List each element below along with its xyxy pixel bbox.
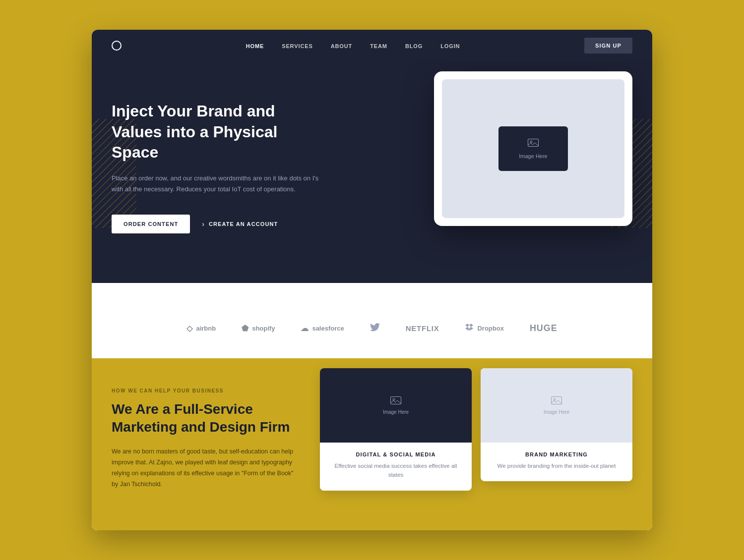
content-section: ◇ airbnb ⬟ shopify ☁ salesforce NETFLIX bbox=[92, 283, 652, 530]
hero-title: Inject Your Brand and Values into a Phys… bbox=[112, 101, 320, 163]
hero-image-placeholder: Image Here bbox=[498, 126, 568, 171]
digital-card-body: DIGITAL & SOCIAL MEDIA Effective social … bbox=[320, 443, 472, 491]
navbar: HOME SERVICES ABOUT TEAM BLOG LOGIN SIGN… bbox=[92, 30, 652, 61]
digital-image-label: Image Here bbox=[383, 409, 409, 415]
card-image-brand: Image Here bbox=[481, 368, 632, 443]
service-cards: Image Here DIGITAL & SOCIAL MEDIA Effect… bbox=[320, 358, 632, 491]
logos-bar: ◇ airbnb ⬟ shopify ☁ salesforce NETFLIX bbox=[92, 303, 652, 358]
brand-card-title: BRAND MARKETING bbox=[489, 451, 624, 457]
logo-dropbox: Dropbox bbox=[465, 323, 503, 334]
svg-point-11 bbox=[554, 398, 556, 400]
services-container: HOW WE CAN HELP YOUR BUSINESS We Are a F… bbox=[112, 358, 632, 491]
digital-card-desc: Effective social media success takes eff… bbox=[328, 461, 464, 480]
device-frame: Image Here bbox=[434, 71, 632, 226]
hero-description: Place an order now, and our creative wor… bbox=[112, 173, 320, 195]
nav-item-team[interactable]: TEAM bbox=[370, 41, 387, 50]
services-description: We are no born masters of good taste, bu… bbox=[112, 447, 300, 490]
salesforce-label: salesforce bbox=[312, 325, 344, 332]
logo-airbnb: ◇ airbnb bbox=[186, 324, 216, 333]
hero-image-label: Image Here bbox=[519, 153, 547, 159]
svg-rect-6 bbox=[528, 139, 539, 146]
nav-item-blog[interactable]: BLOG bbox=[405, 41, 423, 50]
logo-netflix: NETFLIX bbox=[406, 324, 439, 333]
dropbox-label: Dropbox bbox=[477, 325, 503, 332]
logo-huge: HUGE bbox=[530, 323, 558, 334]
service-card-brand: Image Here BRAND MARKETING We provide br… bbox=[481, 368, 632, 481]
hero-actions: ORDER CONTENT › CREATE AN ACCOUNT bbox=[112, 215, 320, 233]
nav-links: HOME SERVICES ABOUT TEAM BLOG LOGIN bbox=[246, 41, 460, 50]
digital-image-placeholder: Image Here bbox=[383, 396, 409, 415]
airbnb-icon: ◇ bbox=[186, 324, 192, 333]
twitter-icon bbox=[370, 323, 380, 334]
device-screen: Image Here bbox=[442, 79, 624, 218]
logo-salesforce: ☁ salesforce bbox=[301, 324, 344, 333]
nav-item-login[interactable]: LOGIN bbox=[440, 41, 460, 50]
svg-point-7 bbox=[530, 141, 532, 143]
brand-image-label: Image Here bbox=[544, 409, 569, 415]
nav-item-about[interactable]: ABOUT bbox=[331, 41, 353, 50]
digital-card-title: DIGITAL & SOCIAL MEDIA bbox=[328, 451, 464, 457]
shopify-icon: ⬟ bbox=[242, 324, 248, 333]
main-container: HOME SERVICES ABOUT TEAM BLOG LOGIN SIGN… bbox=[92, 30, 652, 530]
svg-rect-8 bbox=[391, 396, 401, 404]
huge-label: HUGE bbox=[530, 323, 558, 334]
hero-text: Inject Your Brand and Values into a Phys… bbox=[112, 91, 320, 233]
card-image-digital: Image Here bbox=[320, 368, 472, 443]
image-icon bbox=[528, 139, 539, 149]
svg-point-9 bbox=[393, 398, 395, 400]
dropbox-icon bbox=[465, 323, 474, 334]
services-label: HOW WE CAN HELP YOUR BUSINESS bbox=[112, 388, 300, 393]
brand-image-placeholder: Image Here bbox=[544, 396, 569, 415]
airbnb-label: airbnb bbox=[196, 325, 216, 332]
chevron-right-icon: › bbox=[202, 220, 205, 228]
signup-button[interactable]: SIGN UP bbox=[584, 38, 632, 54]
hero-section: Inject Your Brand and Values into a Phys… bbox=[92, 61, 652, 283]
services-title: We Are a Full-Service Marketing and Desi… bbox=[112, 400, 300, 437]
service-card-digital: Image Here DIGITAL & SOCIAL MEDIA Effect… bbox=[320, 368, 472, 491]
nav-logo bbox=[112, 41, 122, 51]
create-account-button[interactable]: › CREATE AN ACCOUNT bbox=[202, 220, 278, 228]
brand-card-desc: We provide branding from the inside-out … bbox=[489, 461, 624, 470]
image-icon-digital bbox=[390, 396, 401, 406]
nav-item-home[interactable]: HOME bbox=[246, 41, 264, 50]
svg-rect-10 bbox=[552, 396, 562, 404]
hero-device-mockup: Image Here bbox=[434, 71, 632, 226]
nav-item-services[interactable]: SERVICES bbox=[282, 41, 312, 50]
services-text: HOW WE CAN HELP YOUR BUSINESS We Are a F… bbox=[112, 358, 300, 490]
yellow-section: HOW WE CAN HELP YOUR BUSINESS We Are a F… bbox=[92, 358, 652, 530]
order-content-button[interactable]: ORDER CONTENT bbox=[112, 215, 190, 233]
brand-card-body: BRAND MARKETING We provide branding from… bbox=[481, 443, 632, 481]
logo-twitter bbox=[370, 323, 380, 334]
image-icon-brand bbox=[551, 396, 562, 406]
shopify-label: shopify bbox=[252, 325, 275, 332]
logo-shopify: ⬟ shopify bbox=[242, 324, 275, 333]
netflix-label: NETFLIX bbox=[406, 324, 439, 333]
salesforce-icon: ☁ bbox=[301, 324, 309, 333]
